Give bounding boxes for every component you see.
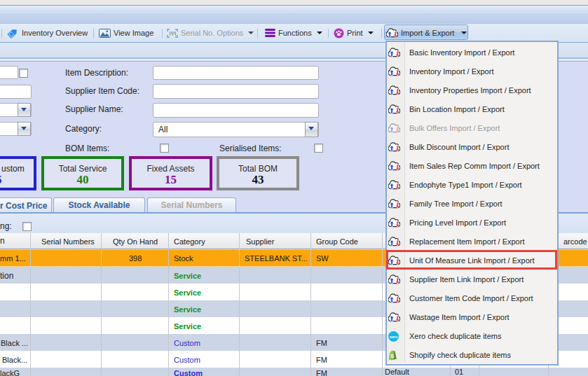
svg-text:xero: xero xyxy=(390,335,398,339)
svg-text:S: S xyxy=(390,353,395,359)
